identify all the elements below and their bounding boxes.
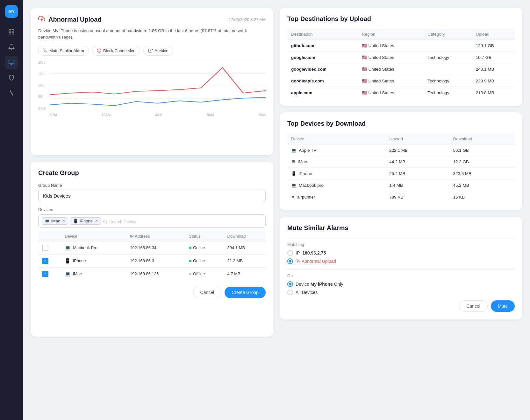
cat-googleapis: Technology: [424, 75, 472, 87]
group-name-input[interactable]: [38, 190, 266, 202]
chart-container: 2000150010005000 MB 8PM12AM4AM8AMNow: [38, 61, 266, 117]
dest-col-destination: Destination: [287, 29, 358, 40]
upload-imac2: 44.2 MB: [385, 156, 449, 168]
upload-github: 129.1 GB: [472, 40, 515, 52]
checkbox-macbook[interactable]: [42, 245, 48, 251]
imac-tag-remove[interactable]: ✕: [62, 219, 65, 223]
matching-label: Matching: [287, 242, 515, 247]
mute-alarms-title: Mute Similar Alarms: [287, 224, 515, 232]
imac-tag-icon: 💻: [45, 219, 50, 223]
download-airpurifier: 15 KB: [449, 191, 515, 203]
appletv-icon: 💻: [291, 148, 297, 153]
dest-col-upload: Upload: [472, 29, 515, 40]
ip-value: 180.96.2.75: [302, 250, 326, 256]
mute-cancel-button[interactable]: Cancel: [459, 300, 488, 312]
svg-line-19: [106, 223, 107, 224]
table-row: googlevideo.com 🇺🇸 United States 240.1 M…: [287, 63, 515, 75]
chart-y-labels: 2000150010005000 MB: [38, 61, 46, 110]
dest-apple: apple.com: [287, 87, 358, 99]
macbook-icon2: 💻: [291, 183, 297, 188]
iphone-icon: 📱: [65, 258, 71, 264]
col-device: Device: [61, 231, 126, 242]
col-ip: IP Address: [126, 231, 185, 242]
dev-imac: 🖥 iMac: [287, 156, 385, 168]
alarm-title-group: Abnormal Upload: [38, 15, 102, 24]
imac-table-icon: 💻: [65, 271, 71, 277]
col-checkbox: [38, 231, 61, 242]
dest-googlevideo: googlevideo.com: [287, 63, 358, 75]
sidebar-icon-bell[interactable]: [5, 41, 18, 53]
dest-col-region: Region: [358, 29, 424, 40]
radio-btn-ip[interactable]: [287, 250, 293, 256]
upload-iphone2: 25.4 MB: [385, 168, 449, 179]
mute-similar-alarm-button[interactable]: Mute Similar Alarm: [38, 46, 89, 56]
download-appletv: 56.1 GB: [449, 144, 515, 156]
table-row: ✳ airpurifier 789 KB 15 KB: [287, 191, 515, 203]
chart-area: [50, 61, 266, 112]
device-name-macbook: 💻 Macbook Pro: [65, 245, 122, 251]
dev-col-upload: Upload: [385, 134, 449, 144]
checkbox-iphone[interactable]: ✓: [42, 258, 48, 264]
dev-col-device: Device: [287, 134, 385, 144]
iphone-icon2: 📱: [291, 171, 297, 176]
col-status: Status: [185, 231, 224, 242]
alarm-header: Abnormal Upload 17/05/2020 8:27 AM: [38, 15, 266, 24]
alarm-upload-icon: [38, 15, 45, 24]
all-devices-label: All Devices: [296, 290, 318, 295]
download-imac: 4.7 MB: [224, 267, 266, 280]
region-google: 🇺🇸 United States: [358, 52, 424, 63]
on-label: On: [287, 273, 515, 278]
status-macbook: Online: [185, 241, 224, 254]
chart-x-labels: 8PM12AM4AM8AMNow: [50, 113, 266, 117]
alarm-time: 17/05/2020 8:27 AM: [229, 17, 266, 22]
avatar[interactable]: MY: [5, 5, 18, 18]
top-destinations-title: Top Destinations by Upload: [287, 15, 515, 23]
right-column: Top Destinations by Upload Destination R…: [280, 8, 522, 412]
search-device-input[interactable]: [109, 220, 163, 224]
top-destinations-card: Top Destinations by Upload Destination R…: [280, 8, 522, 106]
radio-device-only[interactable]: Device My iPhone Only: [287, 281, 515, 287]
upload-macbook2: 1.4 MB: [385, 179, 449, 191]
upload-googleapis: 229.9 MB: [472, 75, 515, 87]
upload-appletv: 222.1 MB: [385, 144, 449, 156]
ip-imac: 192.168.86.125: [126, 267, 185, 280]
block-connection-button[interactable]: Block Connection: [92, 46, 140, 56]
upload-badge-icon: [296, 259, 300, 263]
radio-btn-alarm[interactable]: [287, 258, 293, 264]
alarm-badge: Abnormal Upload: [296, 259, 336, 264]
sidebar-icon-grid[interactable]: [5, 25, 18, 38]
cancel-button[interactable]: Cancel: [193, 287, 222, 298]
upload-google: 10.7 GB: [472, 52, 515, 63]
radio-alarm[interactable]: Abnormal Upload: [287, 258, 515, 264]
mute-alarms-card: Mute Similar Alarms Matching IP 180.96.2…: [280, 217, 522, 319]
radio-btn-all[interactable]: [287, 290, 293, 295]
sidebar-icon-shield[interactable]: [5, 71, 18, 84]
cat-google: Technology: [424, 52, 472, 63]
dev-airpurifier: ✳ airpurifier: [287, 191, 385, 203]
status-imac: Offline: [185, 267, 224, 280]
radio-all-devices[interactable]: All Devices: [287, 290, 515, 295]
iphone-tag-remove[interactable]: ✕: [95, 219, 98, 223]
dest-github: github.com: [287, 40, 358, 52]
create-group-button[interactable]: Create Group: [225, 287, 266, 298]
svg-point-18: [104, 220, 106, 223]
radio-ip[interactable]: IP 180.96.2.75: [287, 250, 515, 256]
ip-macbook: 192.168.86.34: [126, 241, 185, 254]
region-apple: 🇺🇸 United States: [358, 87, 424, 99]
radio-btn-device[interactable]: [287, 281, 293, 287]
sidebar-icon-activity[interactable]: [5, 87, 18, 99]
matching-section: Matching IP 180.96.2.75 Abnormal Upload: [287, 242, 515, 264]
devices-header-row: Device Upload Download: [287, 134, 515, 144]
iphone-tag-icon: 📱: [73, 219, 78, 223]
mute-button[interactable]: Mute: [491, 300, 515, 312]
sidebar-icon-monitor[interactable]: [5, 56, 18, 69]
table-row: ✓ 📱 iPhone 192.168.86.3 Online 21.3 MB: [38, 254, 266, 267]
download-macbook2: 45.2 MB: [449, 179, 515, 191]
upload-googlevideo: 240.1 MB: [472, 63, 515, 75]
table-row: 💻 Macbook pro 1.4 MB 45.2 MB: [287, 179, 515, 191]
archive-button[interactable]: Archive: [143, 46, 173, 56]
iphone-tag-label: iPhone: [80, 219, 92, 223]
download-macbook: 394.1 MB: [224, 241, 266, 254]
search-icon: [103, 220, 107, 224]
checkbox-imac[interactable]: ✓: [42, 271, 48, 277]
